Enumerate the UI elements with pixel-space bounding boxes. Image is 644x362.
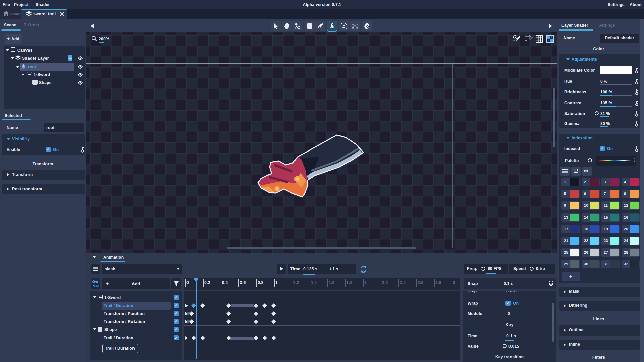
svg-text:REC: REC	[94, 284, 99, 287]
